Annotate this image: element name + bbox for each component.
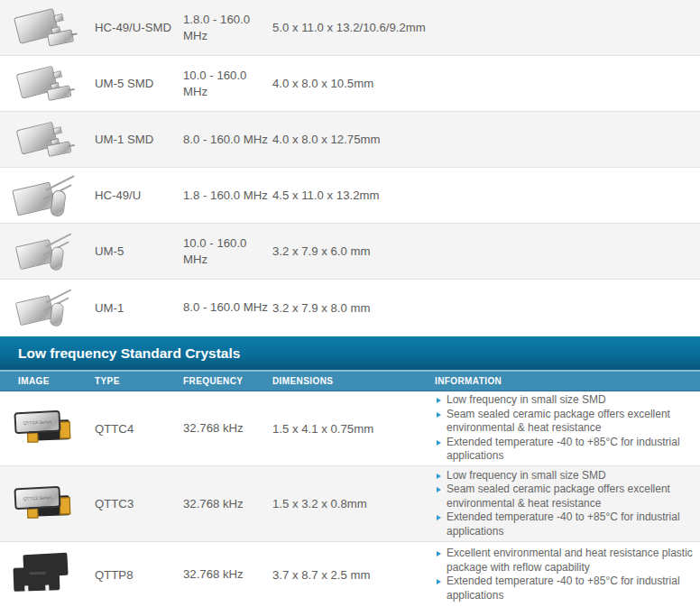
product-dimensions: 3.7 x 8.7 x 2.5 mm [272,568,435,582]
product-frequency: 1.8 - 160.0 MHz [183,188,272,204]
column-header-dimensions: DIMENSIONS [272,376,435,386]
product-type: UM-1 SMD [88,133,183,146]
qttc4-ceramic-smd-crystal-photo: QTTC4 Series [14,409,75,447]
product-dimensions: 3.2 x 7.9 x 6.0 mm [272,244,700,258]
info-bullet-item: Extended temperature -40 to +85°C for in… [435,510,695,538]
bullet-arrow-icon [437,551,441,556]
product-image-cell [0,286,88,329]
column-header-information: INFORMATION [435,376,700,386]
product-frequency: 32.768 kHz [183,420,272,437]
bullet-arrow-icon [437,474,441,479]
info-bullet-item: Seam sealed ceramic package offers excel… [435,408,695,436]
product-image-cell [0,62,88,106]
product-dimensions: 3.2 x 7.9 x 8.0 mm [272,301,700,315]
crystal-products-page: HC-49/U-SMD 1.8.0 - 160.0 MHz 5.0 x 11.0… [0,0,700,607]
product-frequency: 10.0 - 160.0 MHz [183,235,272,268]
low-frequency-crystals-section: Low frequency Standard Crystals IMAGE TY… [0,336,700,607]
product-information-list: Excellent environmental and heat resista… [435,547,700,602]
section-title: Low frequency Standard Crystals [18,345,240,362]
product-image-cell [0,6,88,50]
product-dimensions: 1.5 x 4.1 x 0.75mm [272,422,435,436]
bullet-arrow-icon [437,412,441,418]
product-type: QTTC3 [88,497,183,510]
standard-crystals-table: HC-49/U-SMD 1.8.0 - 160.0 MHz 5.0 x 11.0… [0,0,700,336]
section-title-bar: Low frequency Standard Crystals [0,336,700,370]
product-frequency: 10.0 - 160.0 MHz [183,68,272,100]
qttp8-plastic-smd-crystal-photo [12,552,77,597]
product-image-cell [0,174,88,217]
bullet-arrow-icon [437,440,441,446]
product-information-list: Low frequency in small size SMD Seam sea… [435,469,700,539]
leaded-metal-crystal-photo [14,288,73,326]
product-type: HC-49/U-SMD [88,21,183,34]
bullet-arrow-icon [437,515,441,520]
product-row-hc49u-smd[interactable]: HC-49/U-SMD 1.8.0 - 160.0 MHz 5.0 x 11.0… [0,0,700,56]
product-image-cell: QTTC3 Series [0,485,88,523]
product-type: UM-1 [88,301,183,315]
leaded-metal-crystal-photo [12,174,77,217]
product-row-um5-smd[interactable]: UM-5 SMD 10.0 - 160.0 MHz 4.0 x 8.0 x 10… [0,56,700,112]
product-frequency: 32.768 kHz [183,496,272,512]
qttc3-ceramic-smd-crystal-photo: QTTC3 Series [14,485,75,523]
product-row-um1-smd[interactable]: UM-1 SMD 8.0 - 160.0 MHz 4.0 x 8.0 x 12.… [0,112,700,168]
product-frequency: 32.768 kHz [183,566,272,583]
leaded-metal-crystal-photo [14,232,73,271]
info-bullet-item: Excellent environmental and heat resista… [435,547,695,575]
column-header-type: TYPE [88,376,183,386]
product-row-qttp8[interactable]: QTTP8 32.768 kHz 3.7 x 8.7 x 2.5 mm Exce… [0,542,700,607]
product-frequency: 1.8.0 - 160.0 MHz [183,12,272,44]
product-type: HC-49/U [88,189,183,202]
product-image-cell [0,230,88,273]
column-header-image: IMAGE [0,376,88,386]
smd-metal-crystal-photo [14,119,73,159]
product-image-cell [0,118,88,161]
info-bullet-item: Extended temperature -40 to +85°C for in… [435,575,695,602]
product-row-hc49u[interactable]: HC-49/U 1.8 - 160.0 MHz 4.5 x 11.0 x 13.… [0,168,700,224]
product-image-cell: QTTC4 Series [0,409,88,447]
product-dimensions: 4.0 x 8.0 x 12.75mm [272,133,700,146]
bullet-arrow-icon [437,579,441,584]
product-row-qttc4[interactable]: QTTC4 Series QTTC4 32.768 kHz 1.5 x 4.1 … [0,391,700,466]
column-header-row: IMAGE TYPE FREQUENCY DIMENSIONS INFORMAT… [0,370,700,391]
info-bullet-item: Low frequency in small size SMD [435,469,695,483]
product-row-um5[interactable]: UM-5 10.0 - 160.0 MHz 3.2 x 7.9 x 6.0 mm [0,224,700,280]
product-type: QTTC4 [88,422,183,436]
info-bullet-item: Extended temperature -40 to +85°C for in… [435,436,695,464]
product-dimensions: 1.5 x 3.2 x 0.8mm [272,497,435,510]
product-dimensions: 5.0 x 11.0 x 13.2/10.6/9.2mm [272,21,700,34]
smd-metal-crystal-photo [12,6,77,50]
product-dimensions: 4.5 x 11.0 x 13.2mm [272,189,700,202]
product-type: UM-5 [88,244,183,258]
product-dimensions: 4.0 x 8.0 x 10.5mm [272,77,700,90]
product-image-cell [0,552,88,597]
product-frequency: 8.0 - 160.0 MHz [183,132,272,148]
column-header-frequency: FREQUENCY [183,376,272,386]
product-frequency: 8.0 - 160.0 MHz [183,299,272,316]
product-information-list: Low frequency in small size SMD Seam sea… [435,393,700,464]
bullet-arrow-icon [437,398,441,403]
product-row-um1[interactable]: UM-1 8.0 - 160.0 MHz 3.2 x 7.9 x 8.0 mm [0,280,700,336]
product-type: QTTP8 [88,568,183,582]
product-row-qttc3[interactable]: QTTC3 Series QTTC3 32.768 kHz 1.5 x 3.2 … [0,466,700,542]
info-bullet-item: Low frequency in small size SMD [435,393,695,408]
info-bullet-item: Seam sealed ceramic package offers excel… [435,483,695,510]
bullet-arrow-icon [437,487,441,492]
smd-metal-crystal-photo [14,63,73,103]
product-type: UM-5 SMD [88,77,183,90]
